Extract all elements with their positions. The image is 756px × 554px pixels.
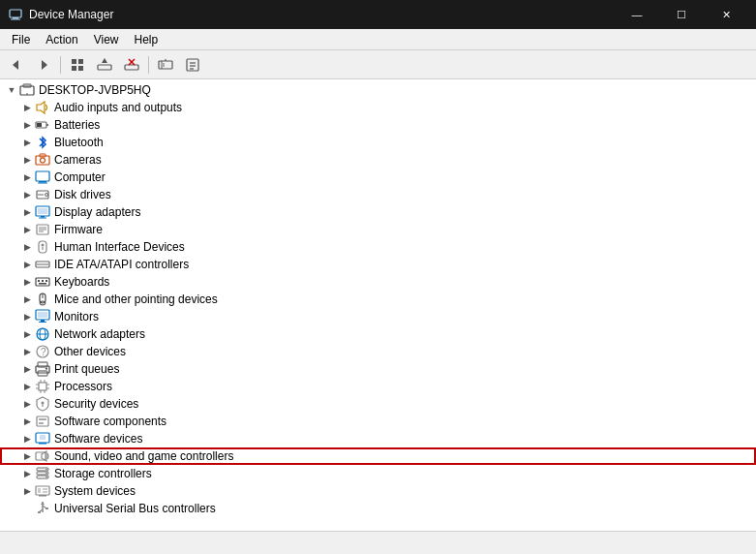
svg-rect-34 <box>38 183 47 184</box>
label-sound: Sound, video and game controllers <box>54 449 233 463</box>
show-hide-button[interactable] <box>65 53 90 77</box>
tree-view[interactable]: ▼ DESKTOP-JVBP5HQ ▶ Audio inputs and out… <box>0 79 756 531</box>
label-software-components: Software components <box>54 415 166 428</box>
tree-item-other[interactable]: ▶ ? Other devices <box>0 343 756 360</box>
icon-ide <box>35 257 50 272</box>
svg-rect-89 <box>39 418 46 420</box>
expand-icon-hid[interactable]: ▶ <box>19 239 35 255</box>
tree-item-bluetooth[interactable]: ▶ Bluetooth <box>0 134 756 151</box>
expand-icon-bluetooth[interactable]: ▶ <box>19 135 35 150</box>
tree-item-computer[interactable]: ▶ Computer <box>0 169 756 186</box>
tree-item-system-devices[interactable]: ▶ System devices <box>0 482 756 500</box>
icon-system-devices <box>35 483 50 499</box>
label-security: Security devices <box>54 397 138 411</box>
svg-rect-77 <box>39 383 46 390</box>
expand-icon-storage[interactable]: ▶ <box>19 466 35 481</box>
expand-icon-cameras[interactable]: ▶ <box>19 152 35 168</box>
tree-item-hid[interactable]: ▶ Human Interface Devices <box>0 238 756 256</box>
expand-icon-batteries[interactable]: ▶ <box>19 117 35 133</box>
svg-marker-3 <box>13 60 18 70</box>
expand-icon-software-devices[interactable]: ▶ <box>19 431 35 446</box>
tree-item-storage[interactable]: ▶ Storage controllers <box>0 465 756 482</box>
scan-hardware-button[interactable] <box>153 53 178 77</box>
svg-point-47 <box>42 244 45 247</box>
expand-icon-processors[interactable]: ▶ <box>19 379 35 394</box>
tree-item-keyboards[interactable]: ▶ Keyboards <box>0 273 756 291</box>
tree-item-security[interactable]: ▶ Security devices <box>0 395 756 413</box>
label-bluetooth: Bluetooth <box>54 136 104 149</box>
toolbar-sep-1 <box>60 56 61 74</box>
icon-firmware <box>35 222 50 237</box>
tree-item-software-devices[interactable]: ▶ Software devices <box>0 430 756 447</box>
tree-item-usb[interactable]: ▶ Universal Serial Bus controllers <box>0 500 756 517</box>
expand-icon-system-devices[interactable]: ▶ <box>19 483 35 499</box>
uninstall-device-button[interactable] <box>119 53 144 77</box>
icon-print <box>35 361 50 377</box>
label-ide: IDE ATA/ATAPI controllers <box>54 258 189 271</box>
tree-item-software-components[interactable]: ▶ Software components <box>0 413 756 430</box>
expand-icon-audio[interactable]: ▶ <box>19 100 35 115</box>
svg-rect-112 <box>38 511 41 513</box>
properties-button[interactable] <box>180 53 205 77</box>
menu-action[interactable]: Action <box>38 30 85 49</box>
label-hid: Human Interface Devices <box>54 240 185 254</box>
label-batteries: Batteries <box>54 118 100 132</box>
tree-item-ide[interactable]: ▶ IDE ATA/ATAPI controllers <box>0 256 756 273</box>
close-button[interactable]: ✕ <box>704 0 748 29</box>
svg-rect-8 <box>78 66 83 71</box>
svg-rect-76 <box>45 368 47 370</box>
app-icon <box>8 7 23 22</box>
icon-computer <box>35 169 50 185</box>
svg-rect-2 <box>11 19 20 20</box>
tree-item-network[interactable]: ▶ Network adapters <box>0 325 756 343</box>
tree-item-sound[interactable]: ▶ Sound, video and game controllers <box>0 447 756 465</box>
back-button[interactable] <box>4 53 29 77</box>
svg-point-36 <box>45 194 48 197</box>
icon-software-devices <box>35 431 50 446</box>
tree-item-audio[interactable]: ▶ Audio inputs and outputs <box>0 99 756 116</box>
expand-icon-network[interactable]: ▶ <box>19 326 35 342</box>
tree-item-monitors[interactable]: ▶ Monitors <box>0 308 756 325</box>
expand-icon-mice[interactable]: ▶ <box>19 292 35 307</box>
expand-icon-software-components[interactable]: ▶ <box>19 414 35 429</box>
icon-processors <box>35 379 50 394</box>
tree-item-disk-drives[interactable]: ▶ Disk drives <box>0 186 756 203</box>
expand-icon-keyboards[interactable]: ▶ <box>19 274 35 290</box>
expand-icon-monitors[interactable]: ▶ <box>19 309 35 324</box>
expand-icon-security[interactable]: ▶ <box>19 396 35 412</box>
expand-icon-computer[interactable]: ▶ <box>19 169 35 185</box>
label-computer: Computer <box>54 170 106 184</box>
svg-rect-111 <box>45 508 48 509</box>
tree-item-firmware[interactable]: ▶ Firmware <box>0 221 756 238</box>
expand-icon-other[interactable]: ▶ <box>19 344 35 359</box>
tree-item-processors[interactable]: ▶ Processors <box>0 378 756 395</box>
label-other: Other devices <box>54 345 126 358</box>
label-software-devices: Software devices <box>54 432 142 446</box>
label-firmware: Firmware <box>54 223 103 236</box>
menu-file[interactable]: File <box>4 30 38 49</box>
update-driver-button[interactable] <box>92 53 117 77</box>
forward-button[interactable] <box>31 53 56 77</box>
expand-icon-disk-drives[interactable]: ▶ <box>19 187 35 202</box>
minimize-button[interactable]: — <box>615 0 659 29</box>
svg-rect-92 <box>39 443 46 445</box>
expand-icon-ide[interactable]: ▶ <box>19 257 35 272</box>
icon-storage <box>35 466 50 481</box>
root-label: DESKTOP-JVBP5HQ <box>39 83 151 97</box>
expand-icon-sound[interactable]: ▶ <box>19 448 35 464</box>
expand-icon-display-adapters[interactable]: ▶ <box>19 204 35 220</box>
tree-item-print[interactable]: ▶ Print queues <box>0 360 756 378</box>
expand-icon-print[interactable]: ▶ <box>19 361 35 377</box>
tree-item-display-adapters[interactable]: ▶ Display adapters <box>0 203 756 221</box>
expand-icon-firmware[interactable]: ▶ <box>19 222 35 237</box>
tree-item-cameras[interactable]: ▶ Cameras <box>0 151 756 169</box>
icon-batteries <box>35 117 50 133</box>
svg-rect-33 <box>39 181 46 183</box>
menu-help[interactable]: Help <box>127 30 166 49</box>
label-audio: Audio inputs and outputs <box>54 101 182 114</box>
tree-item-mice[interactable]: ▶ Mice and other pointing devices <box>0 291 756 308</box>
maximize-button[interactable]: ☐ <box>659 0 704 29</box>
tree-root[interactable]: ▼ DESKTOP-JVBP5HQ <box>0 81 756 99</box>
menu-view[interactable]: View <box>86 30 127 49</box>
tree-item-batteries[interactable]: ▶ Batteries <box>0 116 756 134</box>
